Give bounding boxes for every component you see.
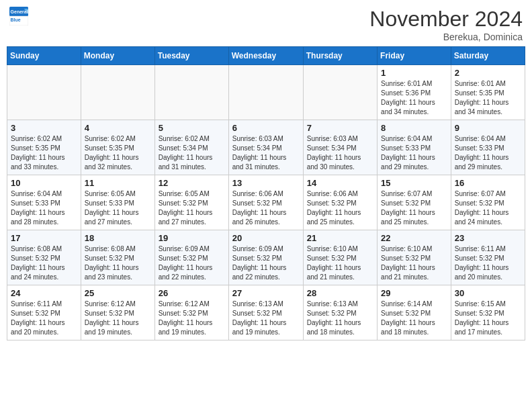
day-number: 22 <box>381 233 447 243</box>
calendar-week-4: 17Sunrise: 6:08 AM Sunset: 5:32 PM Dayli… <box>7 230 525 285</box>
day-number: 19 <box>159 233 225 243</box>
calendar-cell: 3Sunrise: 6:02 AM Sunset: 5:35 PM Daylig… <box>7 120 81 175</box>
day-number: 18 <box>85 233 151 243</box>
day-info: Sunrise: 6:11 AM Sunset: 5:32 PM Dayligh… <box>455 244 521 282</box>
day-info: Sunrise: 6:04 AM Sunset: 5:33 PM Dayligh… <box>381 134 447 172</box>
day-number: 2 <box>455 68 521 78</box>
day-info: Sunrise: 6:05 AM Sunset: 5:32 PM Dayligh… <box>159 189 225 227</box>
calendar-cell: 8Sunrise: 6:04 AM Sunset: 5:33 PM Daylig… <box>378 120 451 175</box>
calendar-cell: 29Sunrise: 6:14 AM Sunset: 5:32 PM Dayli… <box>378 285 451 340</box>
day-number: 23 <box>455 233 521 243</box>
weekday-header-row: SundayMondayTuesdayWednesdayThursdayFrid… <box>7 47 525 65</box>
calendar-cell: 30Sunrise: 6:15 AM Sunset: 5:32 PM Dayli… <box>451 285 525 340</box>
day-number: 10 <box>11 178 77 188</box>
calendar-week-3: 10Sunrise: 6:04 AM Sunset: 5:33 PM Dayli… <box>7 175 525 230</box>
day-number: 11 <box>85 178 151 188</box>
calendar-cell: 23Sunrise: 6:11 AM Sunset: 5:32 PM Dayli… <box>451 230 525 285</box>
day-number: 3 <box>11 123 77 133</box>
day-info: Sunrise: 6:14 AM Sunset: 5:32 PM Dayligh… <box>381 300 447 337</box>
day-number: 17 <box>11 233 77 243</box>
day-number: 7 <box>307 123 373 133</box>
day-info: Sunrise: 6:01 AM Sunset: 5:35 PM Dayligh… <box>455 79 521 117</box>
calendar-cell <box>303 65 377 120</box>
day-info: Sunrise: 6:05 AM Sunset: 5:33 PM Dayligh… <box>85 189 151 227</box>
calendar-cell: 4Sunrise: 6:02 AM Sunset: 5:35 PM Daylig… <box>81 120 154 175</box>
day-number: 20 <box>232 233 300 243</box>
day-number: 12 <box>159 178 225 188</box>
logo: General Blue <box>9 7 28 26</box>
calendar-cell: 27Sunrise: 6:13 AM Sunset: 5:32 PM Dayli… <box>228 285 303 340</box>
day-info: Sunrise: 6:02 AM Sunset: 5:34 PM Dayligh… <box>159 134 225 172</box>
calendar-cell: 20Sunrise: 6:09 AM Sunset: 5:32 PM Dayli… <box>228 230 303 285</box>
calendar-cell: 18Sunrise: 6:08 AM Sunset: 5:32 PM Dayli… <box>81 230 154 285</box>
day-number: 9 <box>455 123 521 133</box>
day-info: Sunrise: 6:15 AM Sunset: 5:32 PM Dayligh… <box>455 300 521 337</box>
calendar-header: SundayMondayTuesdayWednesdayThursdayFrid… <box>7 47 525 65</box>
day-info: Sunrise: 6:12 AM Sunset: 5:32 PM Dayligh… <box>159 300 225 337</box>
location: Berekua, Dominica <box>369 32 523 42</box>
weekday-header-sunday: Sunday <box>7 47 81 65</box>
calendar-cell: 21Sunrise: 6:10 AM Sunset: 5:32 PM Dayli… <box>303 230 377 285</box>
calendar-cell: 11Sunrise: 6:05 AM Sunset: 5:33 PM Dayli… <box>81 175 154 230</box>
day-info: Sunrise: 6:10 AM Sunset: 5:32 PM Dayligh… <box>307 244 373 282</box>
day-info: Sunrise: 6:13 AM Sunset: 5:32 PM Dayligh… <box>232 300 300 337</box>
day-info: Sunrise: 6:12 AM Sunset: 5:32 PM Dayligh… <box>85 300 151 337</box>
day-number: 13 <box>232 178 300 188</box>
calendar-cell: 2Sunrise: 6:01 AM Sunset: 5:35 PM Daylig… <box>451 65 525 120</box>
calendar-cell: 19Sunrise: 6:09 AM Sunset: 5:32 PM Dayli… <box>154 230 228 285</box>
day-number: 15 <box>381 178 447 188</box>
calendar-cell <box>7 65 81 120</box>
calendar-cell: 1Sunrise: 6:01 AM Sunset: 5:36 PM Daylig… <box>378 65 451 120</box>
day-info: Sunrise: 6:03 AM Sunset: 5:34 PM Dayligh… <box>232 134 300 172</box>
weekday-header-saturday: Saturday <box>451 47 525 65</box>
calendar-cell: 5Sunrise: 6:02 AM Sunset: 5:34 PM Daylig… <box>154 120 228 175</box>
weekday-header-friday: Friday <box>378 47 451 65</box>
calendar-cell: 24Sunrise: 6:11 AM Sunset: 5:32 PM Dayli… <box>7 285 81 340</box>
calendar-cell <box>228 65 303 120</box>
day-number: 1 <box>381 68 447 78</box>
day-number: 8 <box>381 123 447 133</box>
day-info: Sunrise: 6:11 AM Sunset: 5:32 PM Dayligh… <box>11 300 77 337</box>
day-info: Sunrise: 6:02 AM Sunset: 5:35 PM Dayligh… <box>11 134 77 172</box>
day-info: Sunrise: 6:03 AM Sunset: 5:34 PM Dayligh… <box>307 134 373 172</box>
svg-text:Blue: Blue <box>11 17 21 22</box>
calendar-cell <box>154 65 228 120</box>
day-info: Sunrise: 6:01 AM Sunset: 5:36 PM Dayligh… <box>381 79 447 117</box>
day-info: Sunrise: 6:08 AM Sunset: 5:32 PM Dayligh… <box>11 244 77 282</box>
calendar-cell: 22Sunrise: 6:10 AM Sunset: 5:32 PM Dayli… <box>378 230 451 285</box>
calendar-cell: 17Sunrise: 6:08 AM Sunset: 5:32 PM Dayli… <box>7 230 81 285</box>
day-number: 6 <box>232 123 300 133</box>
calendar-cell: 14Sunrise: 6:06 AM Sunset: 5:32 PM Dayli… <box>303 175 377 230</box>
day-info: Sunrise: 6:06 AM Sunset: 5:32 PM Dayligh… <box>232 189 300 227</box>
day-info: Sunrise: 6:10 AM Sunset: 5:32 PM Dayligh… <box>381 244 447 282</box>
calendar-cell: 25Sunrise: 6:12 AM Sunset: 5:32 PM Dayli… <box>81 285 154 340</box>
day-info: Sunrise: 6:08 AM Sunset: 5:32 PM Dayligh… <box>85 244 151 282</box>
day-info: Sunrise: 6:06 AM Sunset: 5:32 PM Dayligh… <box>307 189 373 227</box>
day-number: 16 <box>455 178 521 188</box>
calendar-cell: 13Sunrise: 6:06 AM Sunset: 5:32 PM Dayli… <box>228 175 303 230</box>
calendar-week-5: 24Sunrise: 6:11 AM Sunset: 5:32 PM Dayli… <box>7 285 525 340</box>
calendar-cell: 28Sunrise: 6:13 AM Sunset: 5:32 PM Dayli… <box>303 285 377 340</box>
calendar-week-2: 3Sunrise: 6:02 AM Sunset: 5:35 PM Daylig… <box>7 120 525 175</box>
calendar-cell: 15Sunrise: 6:07 AM Sunset: 5:32 PM Dayli… <box>378 175 451 230</box>
day-number: 30 <box>455 288 521 298</box>
day-info: Sunrise: 6:02 AM Sunset: 5:35 PM Dayligh… <box>85 134 151 172</box>
day-info: Sunrise: 6:09 AM Sunset: 5:32 PM Dayligh… <box>159 244 225 282</box>
calendar-cell <box>81 65 154 120</box>
day-number: 28 <box>307 288 373 298</box>
day-number: 24 <box>11 288 77 298</box>
calendar-cell: 26Sunrise: 6:12 AM Sunset: 5:32 PM Dayli… <box>154 285 228 340</box>
day-info: Sunrise: 6:13 AM Sunset: 5:32 PM Dayligh… <box>307 300 373 337</box>
day-number: 26 <box>159 288 225 298</box>
logo-icon: General Blue <box>9 7 28 26</box>
weekday-header-tuesday: Tuesday <box>154 47 228 65</box>
calendar-cell: 9Sunrise: 6:04 AM Sunset: 5:33 PM Daylig… <box>451 120 525 175</box>
day-info: Sunrise: 6:09 AM Sunset: 5:32 PM Dayligh… <box>232 244 300 282</box>
calendar-cell: 12Sunrise: 6:05 AM Sunset: 5:32 PM Dayli… <box>154 175 228 230</box>
day-info: Sunrise: 6:07 AM Sunset: 5:32 PM Dayligh… <box>381 189 447 227</box>
day-info: Sunrise: 6:07 AM Sunset: 5:32 PM Dayligh… <box>455 189 521 227</box>
day-number: 5 <box>159 123 225 133</box>
calendar-table: SundayMondayTuesdayWednesdayThursdayFrid… <box>7 46 525 340</box>
day-number: 14 <box>307 178 373 188</box>
weekday-header-monday: Monday <box>81 47 154 65</box>
